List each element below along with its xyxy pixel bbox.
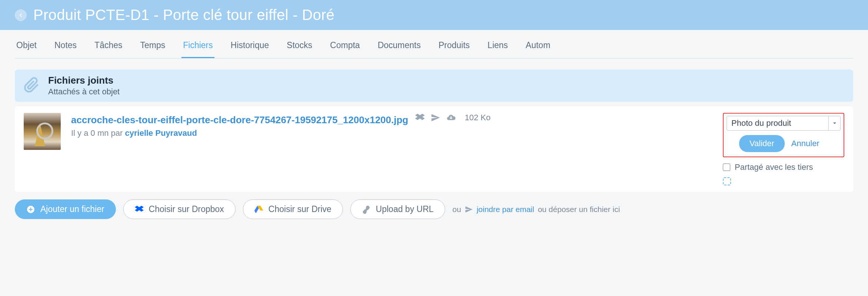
- upload-url-button[interactable]: Upload by URL: [350, 199, 445, 219]
- tab-temps[interactable]: Temps: [139, 30, 167, 58]
- send-icon[interactable]: [431, 113, 440, 122]
- file-author-link[interactable]: cyrielle Puyravaud: [125, 128, 197, 138]
- dropbox-icon[interactable]: [415, 113, 425, 122]
- tab-stocks[interactable]: Stocks: [285, 30, 314, 58]
- side-controls: Photo du produit Valider Annuler Partagé…: [723, 113, 844, 185]
- share-label: Partagé avec les tiers: [735, 162, 813, 172]
- section-title: Fichiers joints: [48, 75, 120, 86]
- tab-autom[interactable]: Autom: [524, 30, 552, 58]
- file-meta-prefix: Il y a 0 mn par: [71, 128, 125, 138]
- content-area: Fichiers joints Attachés à cet objet acc…: [0, 58, 868, 234]
- file-meta: Il y a 0 mn par cyrielle Puyravaud: [71, 128, 712, 138]
- share-checkbox-row[interactable]: Partagé avec les tiers: [723, 162, 813, 172]
- page-title: Produit PCTE-D1 - Porte clé tour eiffel …: [33, 7, 334, 23]
- cloud-download-icon[interactable]: [446, 113, 456, 122]
- footer-or: ou: [453, 205, 461, 214]
- choose-drive-button[interactable]: Choisir sur Drive: [243, 199, 343, 219]
- tab-historique[interactable]: Historique: [229, 30, 271, 58]
- page-header: Produit PCTE-D1 - Porte clé tour eiffel …: [0, 0, 868, 30]
- footer-bar: Ajouter un fichier Choisir sur Dropbox C…: [15, 199, 853, 219]
- upload-url-label: Upload by URL: [376, 204, 434, 214]
- tab-produits[interactable]: Produits: [437, 30, 471, 58]
- tab-liens[interactable]: Liens: [486, 30, 510, 58]
- file-type-dropdown[interactable]: Photo du produit: [727, 116, 841, 131]
- validate-button[interactable]: Valider: [739, 135, 785, 152]
- email-attach-link[interactable]: joindre par email: [477, 205, 534, 214]
- chevron-down-icon: [828, 116, 840, 130]
- link-icon: [362, 205, 371, 214]
- choose-drive-label: Choisir sur Drive: [268, 204, 331, 214]
- google-drive-icon: [254, 205, 263, 214]
- file-size: 102 Ko: [465, 113, 491, 122]
- footer-drop-text: ou déposer un fichier ici: [538, 205, 620, 214]
- dropbox-icon: [135, 205, 144, 214]
- tab-fichiers[interactable]: Fichiers: [181, 30, 214, 58]
- section-subtitle: Attachés à cet objet: [48, 87, 120, 97]
- plus-circle-icon: [26, 205, 35, 214]
- validate-row: Valider Annuler: [727, 135, 841, 152]
- file-thumbnail[interactable]: [24, 113, 61, 150]
- section-header: Fichiers joints Attachés à cet objet: [15, 70, 853, 102]
- drop-target-indicator[interactable]: [723, 177, 731, 185]
- validate-box: Photo du produit Valider Annuler: [723, 113, 844, 157]
- tabs: ObjetNotesTâchesTempsFichiersHistoriqueS…: [15, 30, 853, 58]
- file-row: accroche-cles-tour-eiffel-porte-cle-dore…: [15, 106, 853, 192]
- tab-notes[interactable]: Notes: [53, 30, 78, 58]
- section-titles: Fichiers joints Attachés à cet objet: [48, 75, 120, 97]
- tab-compta[interactable]: Compta: [328, 30, 361, 58]
- cancel-link[interactable]: Annuler: [791, 139, 819, 148]
- dropdown-value: Photo du produit: [727, 118, 828, 128]
- tab-tâches[interactable]: Tâches: [93, 30, 124, 58]
- add-file-label: Ajouter un fichier: [40, 204, 104, 214]
- chevron-left-icon: [18, 13, 23, 18]
- tab-objet[interactable]: Objet: [15, 30, 38, 58]
- back-button[interactable]: [15, 9, 27, 21]
- footer-text: ou joindre par email ou déposer un fichi…: [453, 205, 620, 214]
- file-name-link[interactable]: accroche-cles-tour-eiffel-porte-cle-dore…: [71, 114, 408, 125]
- send-icon: [465, 205, 473, 213]
- choose-dropbox-label: Choisir sur Dropbox: [149, 204, 224, 214]
- tabs-container: ObjetNotesTâchesTempsFichiersHistoriqueS…: [0, 30, 868, 58]
- choose-dropbox-button[interactable]: Choisir sur Dropbox: [123, 199, 236, 219]
- share-checkbox[interactable]: [723, 164, 730, 171]
- tab-documents[interactable]: Documents: [376, 30, 422, 58]
- paperclip-icon: [24, 77, 40, 95]
- file-info: accroche-cles-tour-eiffel-porte-cle-dore…: [71, 113, 712, 185]
- add-file-button[interactable]: Ajouter un fichier: [15, 199, 116, 219]
